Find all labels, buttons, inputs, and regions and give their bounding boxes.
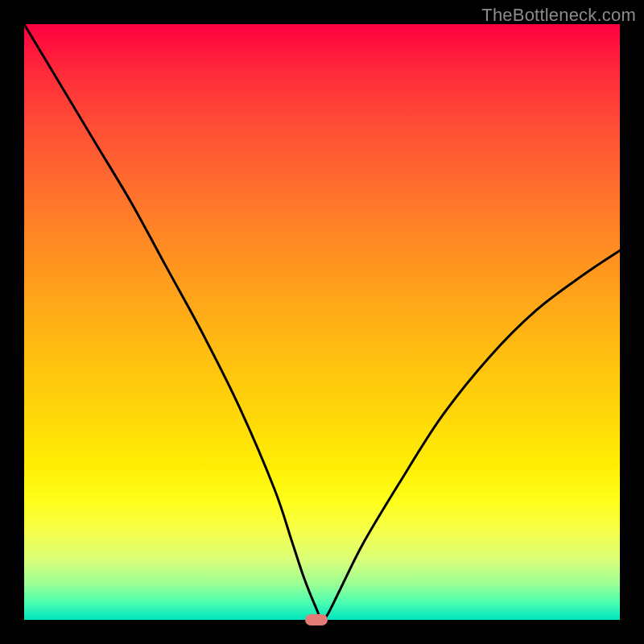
- watermark-text: TheBottleneck.com: [481, 5, 636, 26]
- bottleneck-curve-path: [24, 24, 620, 620]
- curve-layer: [24, 24, 620, 620]
- plot-area: [24, 24, 620, 620]
- chart-container: TheBottleneck.com: [0, 0, 644, 644]
- optimum-marker: [305, 614, 328, 625]
